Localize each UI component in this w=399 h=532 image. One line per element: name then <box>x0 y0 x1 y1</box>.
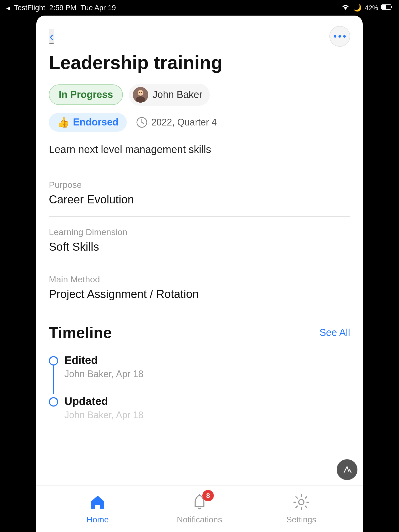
more-button[interactable] <box>329 26 350 47</box>
svg-rect-1 <box>391 6 392 8</box>
nav-item-notifications[interactable]: 8 Notifications <box>174 493 225 524</box>
timeline-entry-updated: Updated John Baker, Apr 18 <box>64 395 350 421</box>
network-arrow-icon: ◂ <box>6 4 10 12</box>
battery-icon <box>381 4 393 12</box>
learning-dimension-row: Learning Dimension Soft Skills <box>49 217 350 264</box>
main-method-value: Project Assignment / Rotation <box>49 288 350 301</box>
home-label: Home <box>87 515 109 524</box>
timeline-sub-1: John Baker, Apr 18 <box>64 369 350 380</box>
status-time: 2:59 PM <box>49 4 76 12</box>
more-dots-icon <box>334 35 346 38</box>
purpose-value: Career Evolution <box>49 193 350 206</box>
timeline-section: Timeline See All Edited John Baker, Apr … <box>49 311 350 442</box>
page-title: Leadership training <box>49 52 350 74</box>
svg-point-12 <box>299 500 304 505</box>
back-button[interactable]: ‹ <box>49 29 54 44</box>
notifications-label: Notifications <box>177 515 222 524</box>
timeline-entry-edited: Edited John Baker, Apr 18 <box>64 354 350 380</box>
home-icon <box>89 493 107 511</box>
status-badge: In Progress <box>49 84 123 105</box>
settings-icon-wrap <box>292 493 310 512</box>
timeline-line-1 <box>53 365 54 394</box>
timeline-event-2: Updated <box>64 395 350 408</box>
assignee-name: John Baker <box>152 89 202 100</box>
svg-point-4 <box>138 90 143 96</box>
svg-point-6 <box>139 92 140 93</box>
clock-icon <box>136 117 148 128</box>
nav-item-settings[interactable]: Settings <box>275 493 327 524</box>
timeline-event-1: Edited <box>64 354 350 367</box>
notification-badge: 8 <box>202 490 214 501</box>
app-name: TestFlight <box>14 4 45 12</box>
home-icon-wrap <box>89 493 107 512</box>
status-bar: ◂ TestFlight 2:59 PM Tue Apr 19 🌙 42% <box>0 0 399 16</box>
settings-icon <box>292 493 310 511</box>
card-header: ‹ <box>36 16 363 52</box>
card-content: Leadership training In Progress John Bak… <box>36 52 363 485</box>
learning-dimension-label: Learning Dimension <box>49 227 350 237</box>
purpose-row: Purpose Career Evolution <box>49 169 350 217</box>
svg-rect-2 <box>382 5 386 9</box>
settings-label: Settings <box>286 515 316 524</box>
main-method-row: Main Method Project Assignment / Rotatio… <box>49 264 350 311</box>
see-all-link[interactable]: See All <box>320 327 350 338</box>
endorsed-badge: 👍 Endorsed <box>49 113 127 132</box>
endorsed-row: 👍 Endorsed 2022, Quarter 4 <box>49 113 350 132</box>
main-card: ‹ Leadership training In Progress <box>36 16 363 532</box>
nav-item-home[interactable]: Home <box>72 493 124 524</box>
svg-line-10 <box>142 122 144 124</box>
main-method-label: Main Method <box>49 274 350 284</box>
status-badges-row: In Progress John Baker <box>49 84 350 106</box>
timeline-header: Timeline See All <box>49 324 350 342</box>
bell-icon-wrap: 8 <box>190 493 209 512</box>
timeline-dot-2 <box>49 397 58 407</box>
assignee-badge: John Baker <box>129 84 210 106</box>
thumbs-up-emoji: 👍 <box>57 117 69 128</box>
timeline-title: Timeline <box>49 324 112 342</box>
moon-icon: 🌙 <box>353 4 362 12</box>
wifi-icon <box>341 3 350 12</box>
quarter-date: 2022, Quarter 4 <box>151 117 217 128</box>
learning-dimension-value: Soft Skills <box>49 240 350 253</box>
timeline-sub-2: John Baker, Apr 18 <box>64 410 350 421</box>
timeline-dot-1 <box>49 356 58 365</box>
fab-button[interactable] <box>337 459 357 480</box>
bottom-nav: Home 8 Notifications Settings <box>36 485 363 532</box>
description-text: Learn next level management skills <box>49 142 350 157</box>
avatar <box>133 87 148 103</box>
endorsed-label: Endorsed <box>73 117 118 128</box>
timeline-list: Edited John Baker, Apr 18 Updated John B… <box>49 354 350 421</box>
purpose-label: Purpose <box>49 180 350 190</box>
battery-text: 42% <box>365 4 378 12</box>
date-badge: 2022, Quarter 4 <box>136 117 217 128</box>
svg-point-7 <box>141 92 142 93</box>
status-date: Tue Apr 19 <box>81 4 116 12</box>
